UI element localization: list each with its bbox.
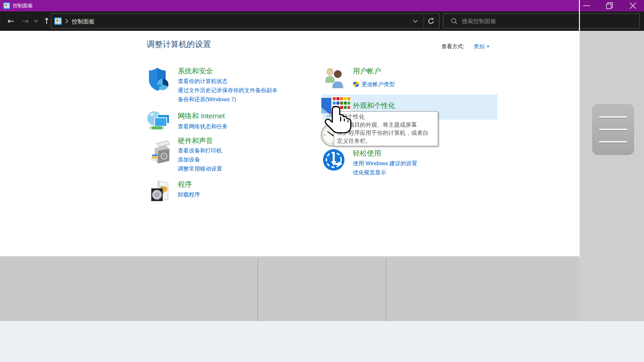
shield-pie-icon[interactable] (148, 67, 169, 93)
title-bar (0, 0, 579, 11)
category-ease-of-access[interactable]: 轻松使用 (353, 148, 381, 158)
category-hardware-sound[interactable]: 硬件和声音 (178, 136, 213, 145)
category-programs[interactable]: 程序 (178, 180, 192, 189)
link-uninstall-program[interactable]: 卸载程序 (178, 190, 200, 199)
category-system-security[interactable]: 系统和安全 (178, 66, 213, 76)
view-by-value: 类别 (474, 44, 484, 49)
link-backup-restore-win7[interactable]: 备份和还原(Windows 7) (178, 95, 277, 104)
address-bar-divider (424, 14, 424, 28)
link-file-history-backup[interactable]: 通过文件历史记录保存你的文件备份副本 (178, 86, 277, 95)
category-user-accounts[interactable]: 用户帐户 (353, 66, 381, 76)
ease-of-access-icon[interactable] (322, 148, 345, 171)
page-title: 调整计算机的设置 (147, 39, 211, 50)
refresh-icon[interactable] (425, 11, 437, 31)
hand-cursor-icon (324, 105, 356, 137)
stale-vertical-line (258, 258, 258, 321)
tooltip-line: 定义任务栏。 (337, 137, 435, 145)
up-button[interactable]: ↑ (41, 11, 52, 31)
search-placeholder: 搜索控制面板 (462, 17, 496, 25)
uac-shield-icon (353, 81, 359, 87)
address-dropdown-chevron-icon[interactable] (411, 11, 420, 31)
search-icon (451, 18, 458, 25)
stale-desktop-bottom (0, 257, 579, 321)
view-by-dropdown[interactable]: 类别▼ (474, 43, 490, 50)
breadcrumb[interactable]: 控制面板 (72, 18, 95, 25)
menu-bar-icon (599, 141, 627, 142)
breadcrumb-control-panel-icon[interactable] (54, 17, 62, 25)
category-appearance-personalization[interactable]: 外观和个性化 (353, 101, 395, 110)
users-icon[interactable] (323, 67, 346, 89)
link-optimize-visual-display[interactable]: 优化视觉显示 (353, 168, 417, 177)
stale-desktop-strip (579, 31, 644, 321)
floating-menu-button[interactable] (591, 103, 635, 156)
breadcrumb-chevron-icon (65, 18, 68, 24)
link-computer-status[interactable]: 查看你的计算机状态 (178, 77, 277, 86)
link-mobility-settings[interactable]: 调整常用移动设置 (178, 164, 222, 173)
back-button[interactable]: ← (5, 11, 17, 31)
minimize-button[interactable] (579, 0, 594, 11)
software-box-icon[interactable] (151, 180, 171, 203)
forward-button[interactable]: → (19, 11, 32, 31)
screen-edge-line (579, 0, 580, 257)
category-network-internet[interactable]: 网络和 Internet (178, 111, 225, 121)
control-panel-icon (3, 2, 10, 9)
address-bar[interactable] (51, 13, 439, 28)
view-by-label: 查看方式: (441, 43, 464, 50)
stale-vertical-line (386, 258, 386, 321)
menu-bar-icon (599, 129, 627, 130)
printer-icon[interactable] (150, 139, 171, 166)
link-network-status[interactable]: 查看网络状态和任务 (178, 122, 228, 131)
stale-searchbox-outline (579, 13, 640, 28)
view-by-caret-icon: ▼ (486, 45, 490, 48)
window-title: 控制面板 (13, 3, 33, 9)
globe-monitors-icon[interactable] (147, 111, 171, 133)
close-button[interactable] (625, 0, 641, 11)
link-change-account-type[interactable]: 更改帐户类型 (362, 80, 395, 89)
link-windows-suggested-settings[interactable]: 使用 Windows 建议的设置 (353, 159, 417, 168)
link-devices-printers[interactable]: 查看设备和打印机 (178, 146, 222, 155)
link-add-device[interactable]: 添加设备 (178, 155, 222, 164)
menu-bar-icon (599, 116, 627, 118)
restore-button[interactable] (602, 0, 617, 11)
virtual-key-bar (0, 321, 644, 362)
recent-pages-chevron-icon[interactable] (32, 11, 40, 31)
control-panel-home (0, 31, 579, 256)
